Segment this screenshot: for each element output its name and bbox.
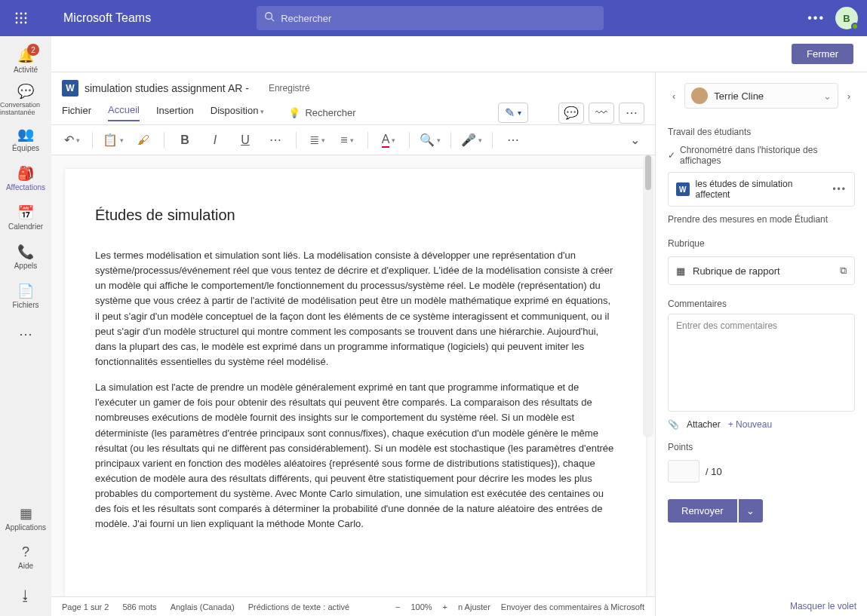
format-painter[interactable]: 🖌 bbox=[134, 130, 153, 150]
word-count[interactable]: 586 mots bbox=[122, 602, 156, 611]
next-student-button[interactable]: › bbox=[843, 87, 855, 105]
return-button[interactable]: Renvoyer bbox=[668, 499, 737, 523]
scrollbar[interactable] bbox=[643, 155, 653, 437]
tab-file[interactable]: Fichier bbox=[62, 105, 91, 121]
svg-point-3 bbox=[16, 17, 18, 20]
tracked-viewing: ✓ Chronométré dans l'historique des affi… bbox=[668, 145, 855, 166]
rail-calendar[interactable]: 📅 Calendrier bbox=[0, 198, 51, 237]
svg-point-2 bbox=[25, 13, 27, 15]
catchup-button[interactable]: 〰 bbox=[589, 103, 614, 124]
prev-student-button[interactable]: ‹ bbox=[668, 87, 680, 105]
rail-assignments[interactable]: 🎒 Affectations bbox=[0, 158, 51, 198]
word-panel: W simulation studies assignment AR - Enr… bbox=[51, 72, 656, 616]
rail-activity[interactable]: 🔔 Activité 2 bbox=[0, 41, 51, 80]
chevron-down-icon: ⌄ bbox=[823, 90, 832, 102]
close-button[interactable]: Fermer bbox=[792, 44, 853, 64]
take-action-link[interactable]: Prendre des mesures en mode Étudiant bbox=[668, 214, 855, 225]
align-button[interactable]: ≡ bbox=[337, 130, 357, 150]
text-predictions[interactable]: Prédictions de texte : activé bbox=[248, 602, 350, 611]
search-input[interactable] bbox=[281, 13, 596, 24]
zoom-out[interactable]: − bbox=[395, 602, 400, 611]
student-selector[interactable]: Terrie Cline ⌄ bbox=[684, 83, 838, 109]
italic-button[interactable]: I bbox=[205, 130, 225, 150]
student-avatar bbox=[691, 87, 708, 104]
bold-button[interactable]: B bbox=[175, 130, 195, 150]
ribbon-search[interactable]: 💡 Rechercher bbox=[288, 107, 355, 118]
fit-page[interactable]: n Ajuster bbox=[458, 602, 490, 611]
activity-icon: 〰 bbox=[595, 106, 607, 120]
new-attachment-link[interactable]: + Nouveau bbox=[728, 419, 772, 430]
toolbar: ↶ 📋 🖌 B I U ⋯ ≣ ≡ A 🔍 🎤 ⋯ ⌄ bbox=[51, 125, 655, 155]
points-input[interactable] bbox=[668, 460, 699, 483]
find-button[interactable]: 🔍 bbox=[420, 130, 440, 150]
ribbon-more-button[interactable]: ⋯ bbox=[619, 103, 644, 124]
editing-mode-button[interactable]: ✎▾ bbox=[498, 103, 528, 123]
page-count[interactable]: Page 1 sur 2 bbox=[62, 602, 109, 611]
svg-point-8 bbox=[25, 22, 27, 24]
undo-button[interactable]: ↶ bbox=[62, 130, 81, 150]
toolbar-more-button[interactable]: ⋯ bbox=[503, 130, 523, 150]
document-scroll[interactable]: Études de simulation Les termes modélisa… bbox=[51, 155, 655, 596]
font-more-button[interactable]: ⋯ bbox=[266, 130, 285, 150]
file-more-button[interactable]: ••• bbox=[832, 184, 847, 195]
rail-download[interactable]: ⭳ bbox=[0, 577, 51, 616]
rail-files[interactable]: 📄 Fichiers bbox=[0, 276, 51, 315]
app-name: Microsoft Teams bbox=[63, 11, 151, 25]
close-row: Fermer bbox=[51, 36, 867, 72]
bulb-icon: 💡 bbox=[288, 107, 300, 118]
download-icon: ⭳ bbox=[19, 588, 32, 604]
svg-point-7 bbox=[20, 22, 23, 24]
waffle-icon[interactable] bbox=[9, 6, 33, 30]
document-title: simulation studies assignment AR - bbox=[85, 82, 249, 94]
document-page: Études de simulation Les termes modélisa… bbox=[65, 169, 646, 596]
search-icon bbox=[264, 11, 275, 25]
points-max: / 10 bbox=[706, 466, 722, 477]
rail-apps[interactable]: ▦ Applications bbox=[0, 498, 51, 538]
more-icon[interactable]: ••• bbox=[807, 11, 825, 25]
avatar[interactable]: B bbox=[835, 7, 858, 29]
bullets-button[interactable]: ≣ bbox=[307, 130, 327, 150]
rail-teams[interactable]: 👥 Équipes bbox=[0, 119, 51, 158]
svg-line-10 bbox=[272, 19, 275, 22]
teams-icon: 👥 bbox=[17, 126, 34, 143]
comments-button[interactable]: 💬 bbox=[558, 103, 584, 124]
feedback-heading: Commentaires bbox=[668, 299, 855, 309]
send-feedback[interactable]: Envoyer des commentaires à Microsoft bbox=[501, 602, 644, 611]
word-icon: W bbox=[676, 182, 690, 196]
zoom-level[interactable]: 100% bbox=[410, 602, 432, 611]
hide-panel-link[interactable]: Masquer le volet bbox=[790, 601, 856, 611]
rubric-item[interactable]: ▦ Rubrique de rapport ⧉ bbox=[668, 256, 855, 285]
collapse-ribbon-button[interactable]: ⌄ bbox=[625, 130, 644, 150]
zoom-in[interactable]: + bbox=[443, 602, 447, 611]
calls-icon: 📞 bbox=[17, 244, 34, 260]
language[interactable]: Anglais (Canada) bbox=[171, 602, 235, 611]
paperclip-icon: 📎 bbox=[668, 419, 679, 430]
more-icon: ⋯ bbox=[19, 326, 32, 342]
ribbon-tabs: Fichier Accueil Insertion Disposition 💡 … bbox=[51, 101, 655, 125]
submitted-file[interactable]: W les études de simulation affectent ••• bbox=[668, 172, 855, 207]
rail-chat[interactable]: 💬 Conversation instantanée bbox=[0, 80, 51, 119]
check-icon: ✓ bbox=[668, 150, 675, 161]
search-box[interactable] bbox=[257, 6, 604, 30]
popout-icon[interactable]: ⧉ bbox=[840, 265, 847, 277]
activity-badge: 2 bbox=[27, 44, 39, 56]
assignments-icon: 🎒 bbox=[17, 165, 34, 182]
calendar-icon: 📅 bbox=[17, 204, 34, 221]
doc-heading: Études de simulation bbox=[95, 207, 616, 224]
paste-button[interactable]: 📋 bbox=[103, 130, 123, 150]
tab-insert[interactable]: Insertion bbox=[156, 105, 194, 121]
feedback-input[interactable]: Entrer des commentaires bbox=[668, 314, 855, 412]
styles-button[interactable]: A bbox=[379, 130, 398, 150]
rail-calls[interactable]: 📞 Appels bbox=[0, 237, 51, 276]
tab-layout[interactable]: Disposition bbox=[211, 105, 265, 121]
return-dropdown-button[interactable]: ⌄ bbox=[739, 499, 763, 523]
dictate-button[interactable]: 🎤 bbox=[462, 130, 481, 150]
rubric-heading: Rubrique bbox=[668, 238, 855, 249]
comment-icon: 💬 bbox=[564, 106, 579, 120]
rail-help[interactable]: ? Aide bbox=[0, 538, 51, 577]
rail-more[interactable]: ⋯ bbox=[0, 315, 51, 354]
tab-home[interactable]: Accueil bbox=[108, 104, 140, 121]
saved-label: Enregistré bbox=[269, 83, 310, 93]
underline-button[interactable]: U bbox=[235, 130, 255, 150]
attach-link[interactable]: Attacher bbox=[687, 419, 721, 430]
